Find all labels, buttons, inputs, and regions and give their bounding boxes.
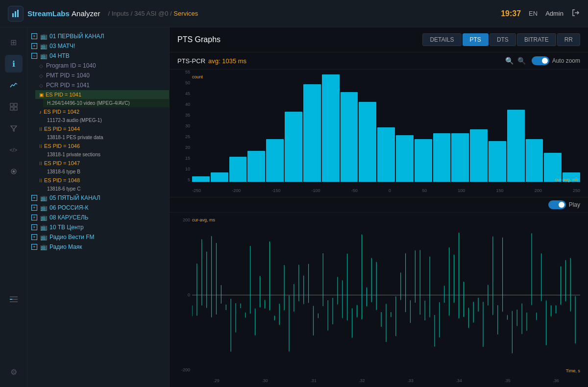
tree-item-ch08[interactable]: + 📺 08 КАРУСЕЛЬ bbox=[27, 213, 169, 222]
tree-item-ch04[interactable]: − 📺 04 НТВ bbox=[27, 51, 169, 61]
tree-item-es1041-desc: H.264/14496-10 video (MPEG-4/AVC) bbox=[43, 99, 169, 107]
histogram-bar bbox=[526, 139, 543, 182]
es-desc-1041: H.264/14496-10 video (MPEG-4/AVC) bbox=[47, 100, 130, 106]
tab-group: DETAILS PTS DTS BITRATE RR bbox=[422, 33, 580, 46]
timeseries-section: Play cur-avg, ms 2000-200 Time, s .29.30… bbox=[170, 197, 588, 387]
svg-rect-5 bbox=[10, 107, 13, 110]
es-desc-1046: 13818-1 private sections bbox=[47, 152, 100, 157]
nav-icon-record[interactable] bbox=[5, 163, 23, 180]
tree-item-ch03[interactable]: + 📺 03 МАТЧ! bbox=[27, 41, 169, 51]
zoom-out-icon[interactable]: 🔍 bbox=[517, 57, 526, 65]
channel-icon-ch10: 📺 bbox=[40, 224, 48, 231]
histogram-bar bbox=[359, 102, 376, 182]
tree-item-es1041[interactable]: ▣ ES PID = 1041 bbox=[35, 90, 169, 99]
tree-item-ch05[interactable]: + 📺 05 ПЯТЫЙ КАНАЛ bbox=[27, 193, 169, 203]
expand-radio1[interactable]: + bbox=[31, 234, 37, 240]
histogram-x-axis: -250-200-150-100-50050100150200250 bbox=[192, 188, 580, 193]
timeseries-header: Play bbox=[170, 197, 588, 213]
es-desc-1048: 13818-6 type C bbox=[47, 186, 80, 192]
tab-rr[interactable]: RR bbox=[557, 33, 580, 46]
tree-item-es1042-desc: 11172-3 audio (MPEG-1) bbox=[43, 116, 169, 124]
meta-label-programid: Program ID = 1040 bbox=[46, 62, 96, 69]
tree-item-es1047[interactable]: ⁝⁝ ES PID = 1047 bbox=[35, 159, 169, 168]
expand-ch10[interactable]: + bbox=[31, 224, 37, 230]
expand-ch06[interactable]: + bbox=[31, 205, 37, 211]
svg-rect-2 bbox=[17, 10, 19, 17]
nav-icon-info[interactable]: ℹ bbox=[5, 55, 23, 73]
es-icon-1046: ⁝⁝ bbox=[39, 144, 42, 149]
nav-icon-filter[interactable] bbox=[5, 120, 23, 137]
services-link[interactable]: Services bbox=[173, 10, 198, 17]
expand-ch05[interactable]: + bbox=[31, 195, 37, 201]
es-icon-1044: ⁝⁝ bbox=[39, 126, 42, 132]
histogram-bar bbox=[303, 84, 321, 182]
nav-icon-table[interactable] bbox=[5, 98, 23, 116]
tree-dash-pcr: ◇ bbox=[39, 83, 43, 88]
nav-icon-settings[interactable]: ⚙ bbox=[5, 363, 23, 381]
nav-icon-analytics[interactable] bbox=[5, 76, 23, 94]
es-label-1042: ES PID = 1042 bbox=[44, 109, 79, 115]
expand-ch03[interactable]: + bbox=[31, 43, 37, 49]
histogram-bar bbox=[451, 133, 469, 182]
channel-label-radio1: Радио Вести FM bbox=[49, 234, 95, 241]
main-content: + 📺 01 ПЕРВЫЙ КАНАЛ + 📺 03 МАТЧ! − 📺 04 … bbox=[27, 27, 588, 387]
logout-icon[interactable] bbox=[571, 8, 580, 19]
tree-item-es1042[interactable]: ♪ ES PID = 1042 bbox=[35, 107, 169, 116]
tab-details[interactable]: DETAILS bbox=[422, 33, 461, 46]
logo-area: StreamLabs Analyzer / Inputs / 345 ASI @… bbox=[8, 6, 198, 22]
histogram-bar bbox=[247, 151, 265, 182]
svg-rect-4 bbox=[14, 103, 17, 106]
meta-label-pcrpid: PCR PID = 1041 bbox=[46, 82, 90, 89]
expand-ch01[interactable]: + bbox=[31, 33, 37, 39]
es-label-1041: ES PID = 1041 bbox=[46, 92, 81, 97]
expand-ch04[interactable]: − bbox=[31, 53, 37, 59]
channel-label-ch03: 03 МАТЧ! bbox=[49, 43, 75, 49]
timeseries-chart: cur-avg, ms 2000-200 Time, s .29.30.31.3… bbox=[170, 213, 588, 387]
auto-zoom-switch[interactable] bbox=[532, 56, 549, 65]
tree-item-es1046-desc: 13818-1 private sections bbox=[43, 150, 169, 159]
tab-bitrate[interactable]: BITRATE bbox=[517, 33, 556, 46]
tree-item-es1046[interactable]: ⁝⁝ ES PID = 1046 bbox=[35, 142, 169, 150]
topbar: StreamLabs Analyzer / Inputs / 345 ASI @… bbox=[0, 0, 588, 27]
language-selector[interactable]: EN bbox=[529, 10, 538, 17]
tab-dts[interactable]: DTS bbox=[490, 33, 516, 46]
tree-item-radio1[interactable]: + 📺 Радио Вести FM bbox=[27, 232, 169, 242]
tree-item-programid: ◇ Program ID = 1040 bbox=[35, 61, 169, 71]
histogram-bar bbox=[211, 172, 228, 182]
auto-zoom-toggle[interactable]: Auto zoom bbox=[532, 56, 580, 65]
channel-icon-ch03: 📺 bbox=[40, 43, 48, 49]
tree-item-ch06[interactable]: + 📺 06 РОССИЯ-К bbox=[27, 203, 169, 213]
breadcrumb: / Inputs / 345 ASI @0 / Services bbox=[108, 10, 198, 17]
channel-label-ch04: 04 НТВ bbox=[49, 52, 70, 59]
play-toggle[interactable]: Play bbox=[548, 200, 580, 209]
tree-item-radio2[interactable]: + 📺 Радио Маяк bbox=[27, 242, 169, 252]
tree-item-ch01[interactable]: + 📺 01 ПЕРВЫЙ КАНАЛ bbox=[27, 31, 169, 41]
tree-item-ch10[interactable]: + 📺 10 ТВ Центр bbox=[27, 222, 169, 232]
clock: 19:37 bbox=[501, 9, 521, 18]
pts-pcr-section: PTS-PCR avg: 1035 ms 🔍 🔍 Auto zoom count… bbox=[170, 52, 588, 197]
histogram-chart: count 555045403530252015105 -250-200-150… bbox=[170, 70, 588, 197]
expand-radio2[interactable]: + bbox=[31, 244, 37, 250]
tree-item-es1044[interactable]: ⁝⁝ ES PID = 1044 bbox=[35, 124, 169, 133]
es-icon-1047: ⁝⁝ bbox=[39, 161, 42, 166]
histogram-bar bbox=[341, 92, 358, 182]
es-icon-1048: ⁝⁝ bbox=[39, 178, 42, 183]
ts-x-axis: .29.30.31.32.33.34.35.36 bbox=[192, 378, 580, 383]
es-desc-1042: 11172-3 audio (MPEG-1) bbox=[47, 118, 102, 123]
play-label: Play bbox=[569, 201, 580, 208]
nav-icon-list[interactable] bbox=[5, 290, 23, 308]
histogram-bar bbox=[285, 112, 302, 182]
channel-icon-ch05: 📺 bbox=[40, 194, 48, 201]
nav-icon-code[interactable]: </> bbox=[5, 141, 23, 159]
expand-ch08[interactable]: + bbox=[31, 215, 37, 220]
nav-icon-grid[interactable]: ⊞ bbox=[5, 33, 23, 51]
play-switch[interactable] bbox=[548, 200, 566, 209]
tab-pts[interactable]: PTS bbox=[463, 33, 489, 46]
zoom-controls: 🔍 🔍 bbox=[505, 57, 526, 65]
auto-zoom-label: Auto zoom bbox=[552, 57, 580, 64]
pts-pcr-header: PTS-PCR avg: 1035 ms 🔍 🔍 Auto zoom bbox=[170, 52, 588, 70]
zoom-in-icon[interactable]: 🔍 bbox=[505, 57, 514, 65]
tree-item-es1048-desc: 13818-6 type C bbox=[43, 185, 169, 193]
es-desc-1044: 13818-1 PES private data bbox=[47, 135, 103, 140]
tree-item-es1048[interactable]: ⁝⁝ ES PID = 1048 bbox=[35, 176, 169, 185]
